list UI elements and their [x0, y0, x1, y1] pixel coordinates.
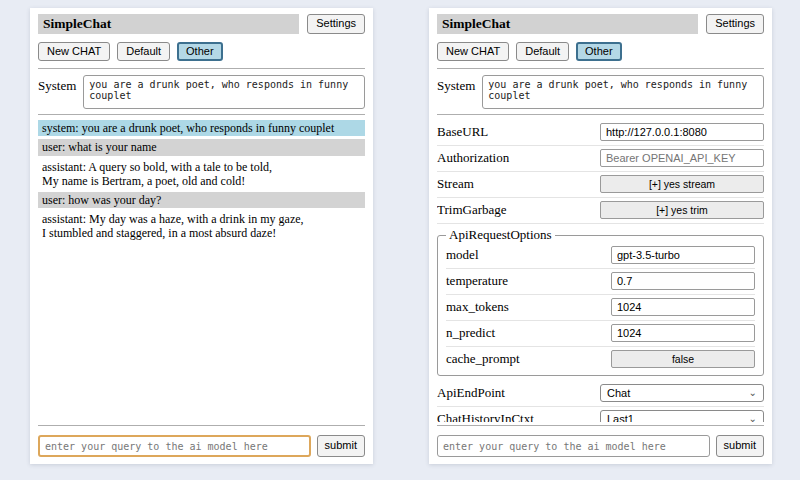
- chat-message-assistant: assistant: My day was a haze, with a dri…: [38, 211, 365, 241]
- settings-button[interactable]: Settings: [307, 14, 365, 33]
- setting-row-authorization: Authorization: [437, 146, 764, 172]
- chat-history-label: ChatHistoryInCtxt: [437, 411, 534, 422]
- stream-toggle-button[interactable]: [+] yes stream: [600, 175, 764, 193]
- api-request-options-legend: ApiRequestOptions: [446, 227, 555, 243]
- api-endpoint-label: ApiEndPoint: [437, 385, 505, 401]
- submit-button[interactable]: submit: [716, 435, 764, 457]
- setting-row-cache-prompt: cache_prompt false: [446, 347, 755, 372]
- base-url-input[interactable]: [600, 123, 764, 141]
- query-input[interactable]: [437, 435, 710, 457]
- divider: [38, 114, 365, 115]
- chat-history-selected-value: Last1: [607, 413, 634, 422]
- temperature-label: temperature: [446, 273, 508, 289]
- max-tokens-label: max_tokens: [446, 299, 509, 315]
- api-endpoint-select[interactable]: Chat ⌄: [600, 384, 764, 402]
- setting-row-chat-history: ChatHistoryInCtxt Last1 ⌄: [437, 407, 764, 422]
- n-predict-input[interactable]: [611, 324, 755, 342]
- n-predict-label: n_predict: [446, 325, 495, 341]
- temperature-input[interactable]: [611, 272, 755, 290]
- trim-garbage-toggle-button[interactable]: [+] yes trim: [600, 201, 764, 219]
- header-row: SimpleChat Settings: [38, 14, 365, 34]
- api-endpoint-selected-value: Chat: [607, 387, 630, 399]
- chat-message-user: user: what is your name: [38, 139, 365, 155]
- panel-settings: SimpleChat Settings New CHAT Default Oth…: [429, 8, 772, 464]
- chat-messages-area: system: you are a drunk poet, who respon…: [38, 120, 365, 422]
- chat-message-system: system: you are a drunk poet, who respon…: [38, 120, 365, 136]
- settings-button[interactable]: Settings: [706, 14, 764, 33]
- query-input[interactable]: [38, 435, 311, 457]
- divider: [38, 68, 365, 69]
- panel-chat: SimpleChat Settings New CHAT Default Oth…: [30, 8, 373, 464]
- stage: SimpleChat Settings New CHAT Default Oth…: [0, 0, 800, 464]
- model-label: model: [446, 247, 479, 263]
- session-default-button[interactable]: Default: [516, 42, 569, 61]
- header-row: SimpleChat Settings: [437, 14, 764, 34]
- session-default-button[interactable]: Default: [117, 42, 170, 61]
- setting-row-api-endpoint: ApiEndPoint Chat ⌄: [437, 381, 764, 407]
- setting-row-model: model: [446, 243, 755, 269]
- system-prompt-label: System: [38, 75, 76, 109]
- model-input[interactable]: [611, 246, 755, 264]
- system-prompt-row: System you are a drunk poet, who respond…: [38, 75, 365, 109]
- session-other-button[interactable]: Other: [177, 42, 223, 61]
- base-url-label: BaseURL: [437, 124, 488, 140]
- session-buttons-row: New CHAT Default Other: [38, 42, 365, 61]
- app-title: SimpleChat: [437, 14, 698, 34]
- divider: [437, 68, 764, 69]
- chat-message-user: user: how was your day?: [38, 192, 365, 208]
- new-chat-button[interactable]: New CHAT: [437, 42, 509, 61]
- submit-button[interactable]: submit: [317, 435, 365, 457]
- chevron-down-icon: ⌄: [749, 388, 757, 398]
- cache-prompt-toggle-button[interactable]: false: [611, 350, 755, 368]
- setting-row-base-url: BaseURL: [437, 120, 764, 146]
- max-tokens-input[interactable]: [611, 298, 755, 316]
- chat-history-select[interactable]: Last1 ⌄: [600, 410, 764, 422]
- divider: [437, 114, 764, 115]
- setting-row-temperature: temperature: [446, 269, 755, 295]
- settings-area: BaseURL Authorization Stream [+] yes str…: [437, 120, 764, 422]
- query-row: submit: [437, 435, 764, 457]
- session-other-button[interactable]: Other: [576, 42, 622, 61]
- setting-row-trim-garbage: TrimGarbage [+] yes trim: [437, 198, 764, 224]
- session-buttons-row: New CHAT Default Other: [437, 42, 764, 61]
- setting-row-stream: Stream [+] yes stream: [437, 172, 764, 198]
- system-prompt-label: System: [437, 75, 475, 109]
- chat-message-assistant: assistant: A query so bold, with a tale …: [38, 159, 365, 189]
- chevron-down-icon: ⌄: [749, 414, 757, 422]
- divider: [38, 425, 365, 426]
- setting-row-n-predict: n_predict: [446, 321, 755, 347]
- trim-garbage-label: TrimGarbage: [437, 202, 507, 218]
- stream-label: Stream: [437, 176, 474, 192]
- new-chat-button[interactable]: New CHAT: [38, 42, 110, 61]
- system-prompt-input[interactable]: you are a drunk poet, who responds in fu…: [482, 75, 764, 109]
- app-title: SimpleChat: [38, 14, 299, 34]
- setting-row-max-tokens: max_tokens: [446, 295, 755, 321]
- system-prompt-row: System you are a drunk poet, who respond…: [437, 75, 764, 109]
- authorization-label: Authorization: [437, 150, 509, 166]
- api-request-options-fieldset: ApiRequestOptions model temperature max_…: [437, 227, 764, 376]
- system-prompt-input[interactable]: you are a drunk poet, who responds in fu…: [83, 75, 365, 109]
- query-row: submit: [38, 435, 365, 457]
- cache-prompt-label: cache_prompt: [446, 351, 520, 367]
- divider: [437, 425, 764, 426]
- authorization-input[interactable]: [600, 149, 764, 167]
